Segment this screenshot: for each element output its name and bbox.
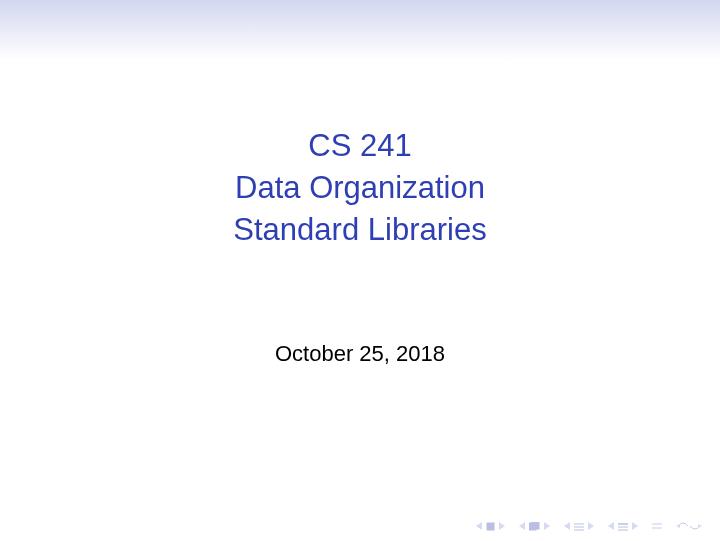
nav-next-subsection-icon <box>586 522 594 530</box>
svg-marker-0 <box>476 522 482 530</box>
nav-prev-frame-icon <box>519 522 527 530</box>
svg-marker-3 <box>519 522 525 530</box>
nav-frame-icon <box>529 522 540 531</box>
nav-back-forward-icon[interactable] <box>676 521 702 531</box>
svg-marker-7 <box>564 522 570 530</box>
title-line-3: Standard Libraries <box>233 209 486 251</box>
nav-next-frame-icon <box>542 522 550 530</box>
svg-rect-5 <box>532 522 539 529</box>
svg-marker-12 <box>608 522 614 530</box>
title-block: CS 241 Data Organization Standard Librar… <box>233 125 486 251</box>
slide-content: CS 241 Data Organization Standard Librar… <box>0 0 720 541</box>
svg-marker-19 <box>676 524 680 528</box>
svg-rect-1 <box>487 523 494 530</box>
nav-frame-group[interactable] <box>519 522 550 531</box>
nav-slide-icon <box>486 522 495 531</box>
svg-marker-20 <box>698 524 702 528</box>
title-line-1: CS 241 <box>233 125 486 167</box>
beamer-nav-bar <box>476 521 702 531</box>
nav-section-group[interactable] <box>608 522 638 531</box>
svg-marker-16 <box>632 522 638 530</box>
title-line-2: Data Organization <box>233 167 486 209</box>
nav-next-slide-icon <box>497 522 505 530</box>
slide-date: October 25, 2018 <box>275 341 445 367</box>
nav-prev-section-icon <box>608 522 616 530</box>
nav-slide-group[interactable] <box>476 522 505 531</box>
svg-marker-2 <box>499 522 505 530</box>
nav-prev-subsection-icon <box>564 522 572 530</box>
nav-subsection-icon <box>574 522 584 531</box>
svg-marker-11 <box>588 522 594 530</box>
nav-subsection-group[interactable] <box>564 522 594 531</box>
nav-next-section-icon <box>630 522 638 530</box>
svg-marker-6 <box>544 522 550 530</box>
nav-section-icon <box>618 522 628 531</box>
nav-prev-slide-icon <box>476 522 484 530</box>
nav-appendix-icon[interactable] <box>652 521 662 531</box>
